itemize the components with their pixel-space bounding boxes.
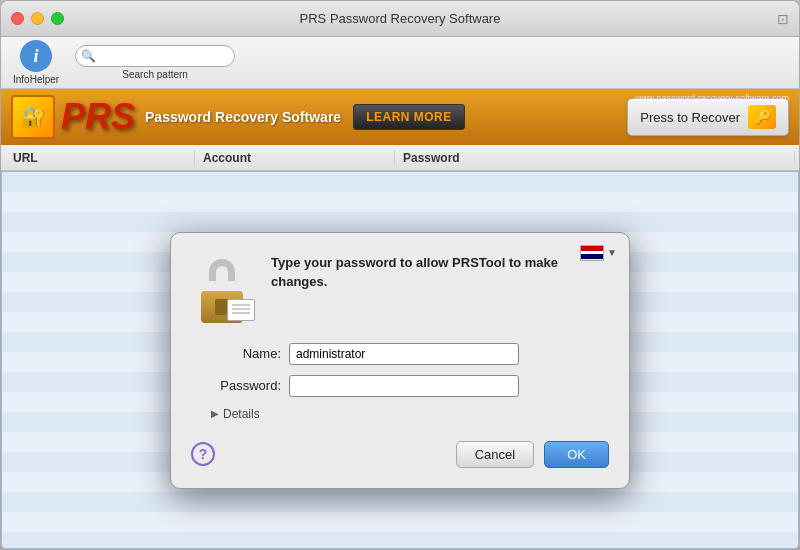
lock-shackle [209,259,235,281]
table-header: URL Account Password [1,145,799,171]
lock-paper [227,299,255,321]
search-area: 🔍 Search pattern [75,45,235,80]
modal-message: Type your password to allow PRSTool to m… [271,253,609,292]
lock-icon [191,253,255,323]
name-label: Name: [211,346,281,361]
title-bar-right: ⊡ [777,10,789,28]
search-icon: 🔍 [81,49,96,63]
flag-dropdown-arrow: ▼ [607,247,617,258]
modal-footer: ? Cancel OK [191,441,609,468]
modal-form: Name: Password: [211,343,609,397]
auth-dialog: ▼ Type your password to allow PRSTool to… [170,232,630,489]
col-header-account: Account [195,151,395,165]
minimize-button[interactable] [31,12,44,25]
details-toggle[interactable]: ▶ Details [211,407,609,421]
title-bar: PRS Password Recovery Software ⊡ [1,1,799,37]
banner-lock-icon: 🔐 [11,95,55,139]
press-recover-icon: 🔑 [748,105,776,129]
main-window: PRS Password Recovery Software ⊡ i InfoH… [0,0,800,550]
flag-stripe-blue [581,254,603,259]
banner-url: www.password-recovery-software.com [635,93,789,103]
learn-more-button[interactable]: LEARN MORE [353,104,465,130]
info-helper-label: InfoHelper [13,74,59,85]
modal-overlay: ▼ Type your password to allow PRSTool to… [1,171,799,549]
details-triangle-icon: ▶ [211,408,219,419]
col-header-password: Password [395,151,795,165]
banner: 🔐 PRS Password Recovery Software LEARN M… [1,89,799,145]
banner-tagline: Password Recovery Software [145,109,341,125]
footer-buttons: Cancel OK [456,441,609,468]
password-label: Password: [211,378,281,393]
cancel-button[interactable]: Cancel [456,441,534,468]
flag-icon [580,245,604,261]
password-input[interactable] [289,375,519,397]
search-input-wrap: 🔍 [75,45,235,67]
window-controls [11,12,64,25]
main-content: ▼ Type your password to allow PRSTool to… [1,171,799,549]
name-input[interactable] [289,343,519,365]
details-label: Details [223,407,260,421]
search-label: Search pattern [75,69,235,80]
info-helper-button[interactable]: i InfoHelper [13,40,59,85]
resize-icon: ⊡ [777,11,789,27]
info-icon: i [20,40,52,72]
banner-prs-logo: PRS [61,96,135,138]
modal-message-text: Type your password to allow PRSTool to m… [271,255,558,290]
flag-selector[interactable]: ▼ [580,245,617,261]
search-input[interactable] [75,45,235,67]
close-button[interactable] [11,12,24,25]
ok-button[interactable]: OK [544,441,609,468]
window-title: PRS Password Recovery Software [300,11,501,26]
name-row: Name: [211,343,609,365]
maximize-button[interactable] [51,12,64,25]
help-button[interactable]: ? [191,442,215,466]
toolbar: i InfoHelper 🔍 Search pattern [1,37,799,89]
modal-top: Type your password to allow PRSTool to m… [191,253,609,323]
password-row: Password: [211,375,609,397]
press-recover-label: Press to Recover [640,110,740,125]
col-header-url: URL [5,151,195,165]
press-to-recover-button[interactable]: Press to Recover 🔑 [627,98,789,136]
